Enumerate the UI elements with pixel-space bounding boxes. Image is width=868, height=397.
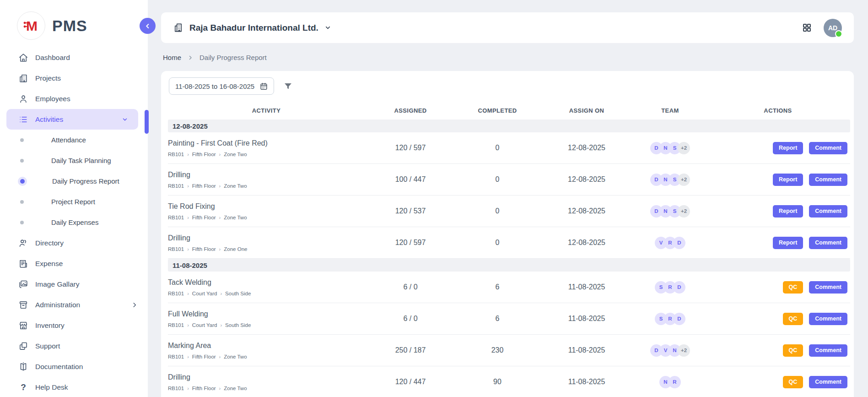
sidebar-item-label: Help Desk (35, 383, 68, 392)
comment-button[interactable]: Comment (809, 142, 847, 154)
comment-button[interactable]: Comment (809, 376, 847, 388)
activity-title: Drilling (168, 171, 365, 179)
sidebar-item-label: Projects (35, 74, 61, 82)
chevron-right-icon (188, 55, 193, 60)
person-icon (18, 94, 28, 104)
breadcrumb-home-link[interactable]: Home (163, 54, 181, 61)
sidebar-subitem-label: Daily Task Planning (51, 157, 111, 164)
comment-button[interactable]: Comment (809, 237, 847, 249)
qc-button[interactable]: QC (783, 344, 803, 357)
report-button[interactable]: Report (773, 237, 803, 249)
qc-button[interactable]: QC (783, 376, 803, 388)
receipt-icon (18, 259, 28, 269)
user-avatar[interactable]: AD (824, 19, 842, 37)
table-body: 12-08-2025Painting - First Coat (Fire Re… (168, 120, 850, 397)
date-group-header: 12-08-2025 (168, 120, 850, 132)
team-overflow-badge: +2 (678, 142, 690, 154)
chevron-right-icon: › (187, 322, 189, 328)
path-segment: RB101 (168, 183, 184, 189)
date-range-input[interactable]: 11-08-2025 to 16-08-2025 (169, 77, 274, 95)
sidebar-subitem-daily-task-planning[interactable]: Daily Task Planning (0, 150, 148, 171)
apps-grid-icon[interactable] (802, 23, 812, 33)
activity-location-path: RB101›Fifth Floor›Zone One (168, 246, 365, 252)
actions-cell: ReportComment (706, 237, 850, 249)
table-row: Painting - First Coat (Fire Red)RB101›Fi… (168, 132, 850, 164)
images-icon (18, 279, 28, 289)
actions-cell: ReportComment (706, 142, 850, 154)
assign-on-cell: 11-08-2025 (539, 315, 635, 323)
assigned-cell: 120 / 597 (365, 144, 456, 152)
completed-cell: 230 (456, 346, 539, 354)
qc-button[interactable]: QC (783, 313, 803, 325)
company-selector[interactable]: Raja Bahadur International Ltd. (173, 22, 331, 33)
comment-button[interactable]: Comment (809, 205, 847, 218)
chevron-right-icon: › (187, 215, 189, 220)
comment-button[interactable]: Comment (809, 174, 847, 186)
report-button[interactable]: Report (773, 174, 803, 186)
path-segment: Fifth Floor (192, 183, 216, 189)
sidebar-subitem-daily-progress-report[interactable]: Daily Progress Report (0, 171, 148, 191)
activity-title: Tack Welding (168, 278, 365, 287)
sidebar-item-help-desk[interactable]: ?Help Desk (0, 377, 148, 397)
team-member-avatar: D (673, 237, 685, 249)
sidebar-item-label: Inventory (35, 321, 65, 330)
assign-on-cell: 12-08-2025 (539, 175, 635, 184)
path-segment: RB101 (168, 215, 184, 220)
sidebar-item-directory[interactable]: Directory (0, 233, 148, 253)
sidebar-item-documentation[interactable]: Documentation (0, 356, 148, 377)
column-header-completed: COMPLETED (456, 107, 539, 114)
sidebar-item-inventory[interactable]: Inventory (0, 315, 148, 336)
sidebar-subitem-daily-expenses[interactable]: Daily Expenses (0, 212, 148, 233)
comment-button[interactable]: Comment (809, 344, 847, 357)
sidebar-item-image-gallary[interactable]: Image Gallary (0, 274, 148, 294)
app-logo: M PMS (0, 0, 148, 43)
sidebar-item-label: Dashboard (35, 54, 70, 62)
progress-table: ACTIVITY ASSIGNED COMPLETED ASSIGN ON TE… (168, 101, 850, 397)
team-overflow-badge: +2 (678, 174, 690, 186)
path-segment: Fifth Floor (192, 246, 216, 252)
report-button[interactable]: Report (773, 205, 803, 218)
chevron-right-icon: › (219, 246, 221, 252)
sidebar-item-dashboard[interactable]: Dashboard (0, 47, 148, 68)
sidebar-item-employees[interactable]: Employees (0, 88, 148, 109)
sidebar-item-projects[interactable]: Projects (0, 68, 148, 88)
path-segment: RB101 (168, 386, 184, 391)
table-row: DrillingRB101›Fifth Floor›Zone Two120 / … (168, 366, 850, 397)
sidebar-item-administration[interactable]: Administration (0, 294, 148, 315)
comment-button[interactable]: Comment (809, 281, 847, 294)
team-cell: DNS+2 (635, 174, 706, 186)
sidebar-subitem-project-report[interactable]: Project Report (0, 191, 148, 212)
brand-name: PMS (52, 17, 87, 35)
office-building-icon (173, 22, 183, 33)
sidebar-item-label: Employees (35, 95, 70, 103)
store-icon (18, 321, 28, 331)
sidebar-collapse-button[interactable] (140, 18, 156, 34)
bullet-icon (20, 138, 24, 142)
path-segment: Fifth Floor (192, 215, 216, 220)
assign-on-cell: 11-08-2025 (539, 283, 635, 291)
path-segment: RB101 (168, 354, 184, 359)
activity-cell: Full WeldingRB101›Court Yard›South Side (168, 310, 365, 328)
chevron-right-icon: › (220, 322, 222, 328)
activity-title: Drilling (168, 373, 365, 381)
sidebar-item-label: Documentation (35, 363, 83, 371)
path-segment: Fifth Floor (192, 152, 216, 157)
activity-cell: Marking AreaRB101›Fifth Floor›Zone Two (168, 342, 365, 359)
qc-button[interactable]: QC (783, 281, 803, 294)
svg-text:M: M (26, 18, 38, 33)
path-segment: Zone Two (224, 386, 247, 391)
activity-cell: DrillingRB101›Fifth Floor›Zone Two (168, 373, 365, 391)
chevron-left-icon (144, 22, 151, 30)
top-bar: Raja Bahadur International Ltd. AD (161, 12, 854, 43)
sidebar-item-support[interactable]: Support (0, 336, 148, 356)
comment-button[interactable]: Comment (809, 313, 847, 325)
sidebar-item-expense[interactable]: Expense (0, 253, 148, 274)
sidebar-item-activities[interactable]: Activities (6, 109, 138, 130)
team-cell: SRD (635, 313, 706, 325)
chevron-down-icon (122, 116, 128, 123)
assign-on-cell: 12-08-2025 (539, 207, 635, 215)
report-button[interactable]: Report (773, 142, 803, 154)
filter-funnel-icon[interactable] (283, 82, 293, 91)
chevron-right-icon (131, 302, 138, 308)
sidebar-subitem-attendance[interactable]: Attendance (0, 130, 148, 150)
